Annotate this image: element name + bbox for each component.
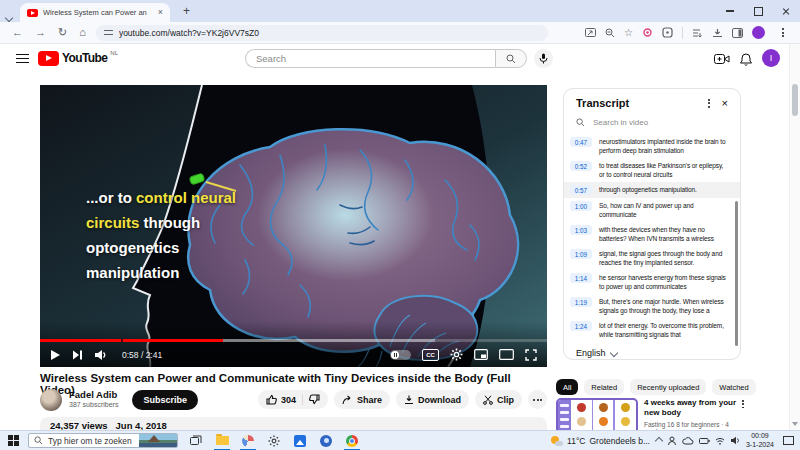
cue-timestamp[interactable]: 1:03 [570, 225, 592, 235]
voice-search-button[interactable] [534, 49, 553, 68]
filter-chip-watched[interactable]: Watched [712, 379, 755, 395]
more-actions-button[interactable] [528, 390, 547, 409]
cue-timestamp[interactable]: 0:57 [570, 185, 592, 195]
volume-tray-icon[interactable] [730, 436, 740, 445]
refresh-icon[interactable]: ↻ [58, 27, 67, 38]
cue-timestamp[interactable]: 1:19 [570, 297, 592, 307]
settings-icon[interactable] [266, 431, 282, 450]
description-box[interactable]: 24,357 views Jun 4, 2018 [40, 417, 547, 431]
transcript-menu-icon[interactable] [700, 99, 718, 108]
transcript-cue[interactable]: 1:03with these devices when they have no… [564, 222, 740, 246]
fullscreen-icon[interactable] [525, 349, 537, 361]
volume-icon[interactable] [94, 349, 107, 361]
cue-timestamp[interactable]: 1:00 [570, 201, 592, 211]
play-icon[interactable] [50, 349, 61, 361]
create-video-icon[interactable] [714, 53, 730, 65]
video-player[interactable]: ...or to control neural circuits through… [40, 85, 547, 367]
tray-expand-icon[interactable] [655, 436, 663, 444]
transcript-cue[interactable]: 1:19But, there's one major hurdle. When … [564, 294, 740, 318]
download-icon[interactable] [712, 28, 723, 38]
taskbar-search-box[interactable]: Typ hier om te zoeken [28, 433, 178, 448]
cue-timestamp[interactable]: 1:09 [570, 249, 592, 259]
scrollbar-down-arrow[interactable] [792, 422, 798, 426]
browser-profile-avatar[interactable] [752, 26, 765, 39]
transcript-cue[interactable]: 0:52to treat diseases like Parkinson's o… [564, 158, 740, 182]
thumbs-up-icon[interactable] [266, 394, 277, 405]
hamburger-menu-icon[interactable] [16, 54, 29, 66]
cast-icon[interactable] [585, 28, 596, 38]
cue-timestamp[interactable]: 1:24 [570, 321, 592, 331]
window-maximize-button[interactable] [744, 0, 772, 22]
reading-list-icon[interactable] [692, 28, 703, 38]
chrome-icon[interactable] [344, 431, 360, 450]
scrollbar-thumb[interactable] [792, 84, 798, 116]
transcript-scrollbar-thumb[interactable] [735, 201, 739, 346]
onedrive-cloud-icon[interactable] [682, 437, 694, 445]
subtitles-cc-button[interactable]: CC [422, 349, 439, 361]
bookmark-star-icon[interactable]: ☆ [624, 28, 633, 38]
subscribe-button[interactable]: Subscribe [132, 390, 198, 410]
settings-gear-icon[interactable] [450, 348, 463, 361]
theater-mode-icon[interactable] [499, 349, 514, 360]
zoom-icon[interactable] [605, 28, 615, 38]
file-explorer-icon[interactable] [214, 431, 230, 450]
filter-chip-related[interactable]: Related [584, 379, 624, 395]
autoplay-toggle[interactable] [390, 350, 411, 360]
search-input[interactable] [245, 49, 495, 68]
cue-timestamp[interactable]: 1:14 [570, 273, 592, 283]
photos-app-icon[interactable] [292, 431, 308, 450]
forward-icon[interactable]: → [35, 27, 46, 38]
transcript-cue[interactable]: 1:14he sensor harvests energy from these… [564, 270, 740, 294]
account-avatar[interactable]: I [762, 49, 780, 67]
cue-timestamp[interactable]: 0:47 [570, 137, 592, 147]
suggested-video-title[interactable]: 4 weeks away from your new body [644, 398, 736, 418]
round-app-icon[interactable] [318, 431, 334, 450]
back-icon[interactable]: ← [12, 27, 23, 38]
thumbs-down-icon[interactable] [309, 394, 320, 405]
tab-close-icon[interactable]: × [158, 8, 163, 17]
window-minimize-button[interactable] [716, 0, 744, 22]
task-view-button[interactable] [188, 431, 204, 450]
extension-icon[interactable] [662, 27, 673, 38]
taskbar-clock[interactable]: 00:09 3-1-2024 [746, 432, 774, 449]
battery-icon[interactable] [699, 437, 710, 445]
channel-avatar[interactable] [40, 389, 62, 411]
transcript-close-icon[interactable]: × [718, 97, 732, 109]
search-button[interactable] [495, 49, 527, 68]
search-highlight-image[interactable] [139, 434, 177, 447]
youtube-logo[interactable]: YouTube NL [38, 51, 118, 66]
transcript-search[interactable]: Search in video [564, 113, 740, 134]
miniplayer-icon[interactable] [474, 349, 488, 360]
home-icon[interactable]: ⌂ [79, 27, 86, 38]
start-button[interactable] [8, 435, 19, 446]
clip-button[interactable]: Clip [475, 390, 522, 409]
transcript-cue[interactable]: 0:47neurostimulators implanted inside th… [564, 134, 740, 158]
next-icon[interactable] [72, 349, 83, 361]
taskbar-weather[interactable]: 11°C Grotendeels b... [551, 435, 650, 447]
download-button[interactable]: Download [396, 390, 469, 409]
window-close-button[interactable] [772, 0, 800, 22]
filter-chip-recently-uploaded[interactable]: Recently uploaded [630, 379, 706, 395]
wifi-icon[interactable] [715, 437, 725, 445]
notifications-bell-icon[interactable] [740, 53, 752, 66]
extension-pink-icon[interactable] [642, 27, 653, 38]
side-panel-icon[interactable] [732, 28, 743, 38]
filter-chip-all[interactable]: All [556, 379, 578, 395]
transcript-cue[interactable]: 1:00So, how can IV and power up and comm… [564, 198, 740, 222]
paint-app-icon[interactable] [240, 431, 256, 450]
transcript-language-selector[interactable]: English [564, 342, 740, 360]
browser-menu-icon[interactable] [774, 28, 792, 37]
transcript-cue[interactable]: 1:24lot of their energy. To overcome thi… [564, 318, 740, 342]
transcript-cue[interactable]: 0:57through optogenetics manipulation. [564, 182, 740, 198]
browser-tab[interactable]: Wireless System can Power an × [20, 3, 170, 22]
new-tab-button[interactable]: + [183, 4, 190, 18]
transcript-cue[interactable]: 1:09signal, the signal goes through the … [564, 246, 740, 270]
cue-timestamp[interactable]: 0:52 [570, 161, 592, 171]
channel-name[interactable]: Fadel Adib [69, 390, 118, 400]
address-bar[interactable]: youtube.com/watch?v=YK2j6VV7sZ0 [96, 25, 548, 41]
site-info-icon[interactable] [104, 29, 113, 36]
page-scrollbar[interactable] [789, 44, 800, 430]
action-center-icon[interactable] [783, 436, 794, 445]
share-button[interactable]: Share [334, 390, 390, 409]
people-tray-icon[interactable] [667, 436, 677, 446]
